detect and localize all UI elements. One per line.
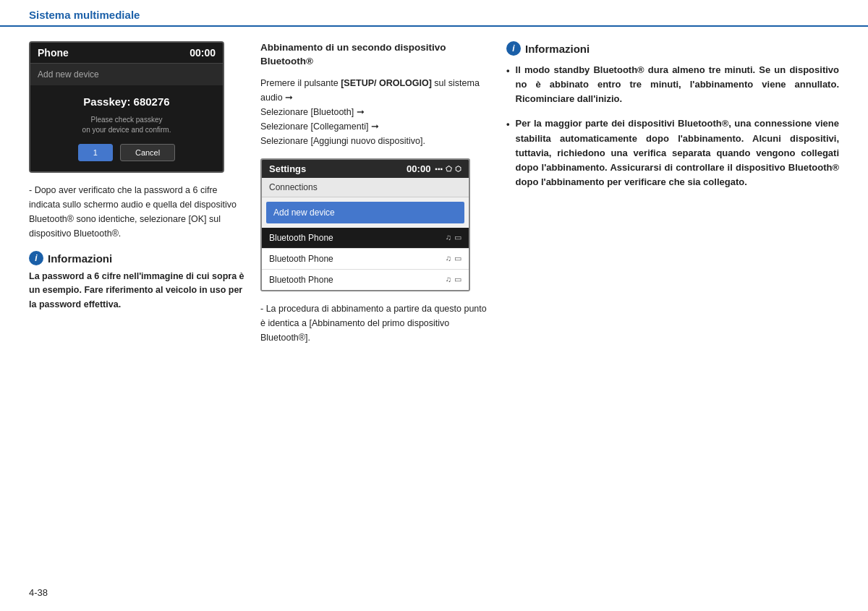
settings-time: 00:00 xyxy=(407,163,430,174)
left-info-title: Informazioni xyxy=(48,252,112,265)
right-info-title: Informazioni xyxy=(525,43,590,55)
phone-screen-title: Phone xyxy=(38,47,69,59)
phone-add-device: Add new device xyxy=(30,63,223,85)
device-name-2: Bluetooth Phone xyxy=(269,254,333,264)
phone-icon-1: ▭ xyxy=(454,233,461,242)
left-column: Phone 00:00 Add new device Passkey: 6802… xyxy=(29,41,246,600)
bullet-item-2: • Per la maggior parte dei dispositivi B… xyxy=(506,116,839,189)
right-info-icon: i xyxy=(506,41,521,56)
settings-add-new-device[interactable]: Add new device xyxy=(266,202,464,223)
signal-icon: ⬡ xyxy=(455,165,461,173)
phone-passkey-value: Passkey: 680276 xyxy=(38,95,216,108)
device-row-1-icons: ♫ ▭ xyxy=(446,233,461,242)
device-name-3: Bluetooth Phone xyxy=(269,275,333,285)
settings-title: Settings xyxy=(269,163,306,174)
page-number: 4-38 xyxy=(29,587,48,598)
bluetooth-icon: ⬠ xyxy=(446,165,452,173)
phone-screen-header: Phone 00:00 xyxy=(30,43,223,63)
settings-header-icons: ▪▪▪ ⬠ ⬡ xyxy=(435,165,461,173)
device-row-3-icons: ♫ ▭ xyxy=(446,275,461,284)
music-icon-2: ♫ xyxy=(446,254,451,263)
left-info-box: i Informazioni La password a 6 cifre nel… xyxy=(29,251,246,312)
settings-device-row-2[interactable]: Bluetooth Phone ♫ ▭ xyxy=(262,249,469,270)
page-title: Sistema multimediale xyxy=(29,9,839,25)
phone-icon-3: ▭ xyxy=(454,275,461,284)
settings-screen-mockup: Settings 00:00 ▪▪▪ ⬠ ⬡ Connections Add n… xyxy=(260,158,470,291)
phone-btn-cancel[interactable]: Cancel xyxy=(120,144,175,161)
bullet-item-1: • Il modo standby Bluetooth® dura almeno… xyxy=(506,63,839,106)
music-icon-3: ♫ xyxy=(446,275,451,284)
phone-passkey-area: Passkey: 680276 Please check passkey on … xyxy=(30,85,223,171)
middle-column: Abbinamento di un secondo dispositivo Bl… xyxy=(260,41,492,600)
settings-connections: Connections xyxy=(262,178,469,197)
phone-icon-2: ▭ xyxy=(454,254,461,263)
music-icon-1: ♫ xyxy=(446,233,451,242)
bullet-dot-2: • xyxy=(506,117,510,189)
left-info-text: La password a 6 cifre nell'immagine di c… xyxy=(29,270,246,312)
phone-buttons: 1 Cancel xyxy=(38,144,216,161)
phone-screen-mockup: Phone 00:00 Add new device Passkey: 6802… xyxy=(29,41,224,173)
right-bullet-list: • Il modo standby Bluetooth® dura almeno… xyxy=(506,63,839,189)
device-row-2-icons: ♫ ▭ xyxy=(446,254,461,263)
middle-section-heading: Abbinamento di un secondo dispositivo Bl… xyxy=(260,41,492,69)
right-column: i Informazioni • Il modo standby Bluetoo… xyxy=(506,41,839,600)
middle-para1: Premere il pulsante [SETUP/ OROLOGIO] su… xyxy=(260,76,492,148)
left-dash-text: - Dopo aver verificato che la password a… xyxy=(29,183,246,241)
middle-dash-text: - La procedura di abbinamento a partire … xyxy=(260,302,492,345)
right-info-header: i Informazioni xyxy=(506,41,839,56)
phone-btn-ok[interactable]: 1 xyxy=(78,144,113,161)
left-info-icon: i xyxy=(29,251,43,265)
settings-screen-header: Settings 00:00 ▪▪▪ ⬠ ⬡ xyxy=(262,160,469,178)
settings-device-row-3[interactable]: Bluetooth Phone ♫ ▭ xyxy=(262,270,469,290)
settings-device-row-1[interactable]: Bluetooth Phone ♫ ▭ xyxy=(262,228,469,249)
bullet-text-1: Il modo standby Bluetooth® dura almeno t… xyxy=(516,63,839,106)
phone-screen-time: 00:00 xyxy=(190,47,216,59)
battery-icon: ▪▪▪ xyxy=(435,165,443,173)
bullet-text-2: Per la maggior parte dei dispositivi Blu… xyxy=(516,116,839,189)
device-name-1: Bluetooth Phone xyxy=(269,233,333,243)
left-info-header: i Informazioni xyxy=(29,251,246,265)
page-header: Sistema multimediale xyxy=(0,0,868,27)
main-content: Phone 00:00 Add new device Passkey: 6802… xyxy=(0,27,868,607)
bullet-dot-1: • xyxy=(506,64,510,106)
phone-check-text: Please check passkey on your device and … xyxy=(38,115,216,135)
